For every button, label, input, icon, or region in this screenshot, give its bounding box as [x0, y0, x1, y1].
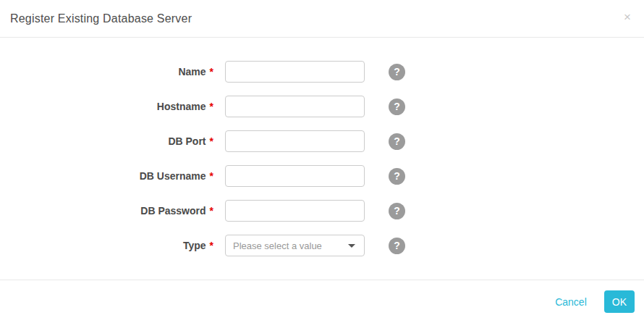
db-username-input[interactable] [225, 165, 365, 187]
form-row-name: Name* ? [0, 61, 644, 83]
dialog-header: Register Existing Database Server × [0, 0, 644, 38]
form-row-hostname: Hostname* ? [0, 96, 644, 117]
form-row-db-password: DB Password* ? [0, 200, 644, 222]
help-icon[interactable]: ? [389, 64, 405, 80]
dialog-footer: Cancel OK [0, 280, 644, 323]
required-asterisk: * [210, 135, 213, 147]
required-asterisk: * [210, 170, 213, 182]
db-password-input[interactable] [225, 200, 365, 222]
dialog-form: Name* ? Hostname* ? DB Port* [0, 38, 644, 280]
required-asterisk: * [210, 205, 213, 217]
db-username-label: DB Username* [0, 170, 213, 182]
close-icon[interactable]: × [620, 10, 635, 25]
cancel-button[interactable]: Cancel [555, 296, 587, 308]
db-port-input[interactable] [225, 130, 365, 152]
required-asterisk: * [210, 66, 213, 77]
db-password-label: DB Password* [0, 205, 213, 217]
register-db-dialog: Register Existing Database Server × Name… [0, 0, 644, 323]
name-input[interactable] [225, 61, 365, 83]
help-icon[interactable]: ? [389, 98, 405, 115]
required-asterisk: * [210, 101, 213, 112]
type-select-value: Please select a value [233, 240, 322, 251]
help-icon[interactable]: ? [389, 133, 405, 150]
hostname-label: Hostname* [0, 101, 213, 112]
form-row-type: Type* Please select a value ? [0, 235, 644, 256]
help-icon[interactable]: ? [389, 168, 405, 185]
help-icon[interactable]: ? [389, 203, 405, 219]
form-row-db-username: DB Username* ? [0, 165, 644, 187]
db-port-label: DB Port* [0, 135, 213, 147]
required-asterisk: * [210, 240, 213, 251]
chevron-down-icon [348, 244, 355, 248]
form-row-db-port: DB Port* ? [0, 130, 644, 152]
help-icon[interactable]: ? [389, 238, 405, 254]
name-label: Name* [0, 66, 213, 77]
type-select[interactable]: Please select a value [225, 235, 365, 256]
hostname-input[interactable] [225, 96, 365, 117]
ok-button[interactable]: OK [604, 290, 635, 313]
type-label: Type* [0, 240, 213, 251]
dialog-title: Register Existing Database Server [10, 12, 192, 25]
